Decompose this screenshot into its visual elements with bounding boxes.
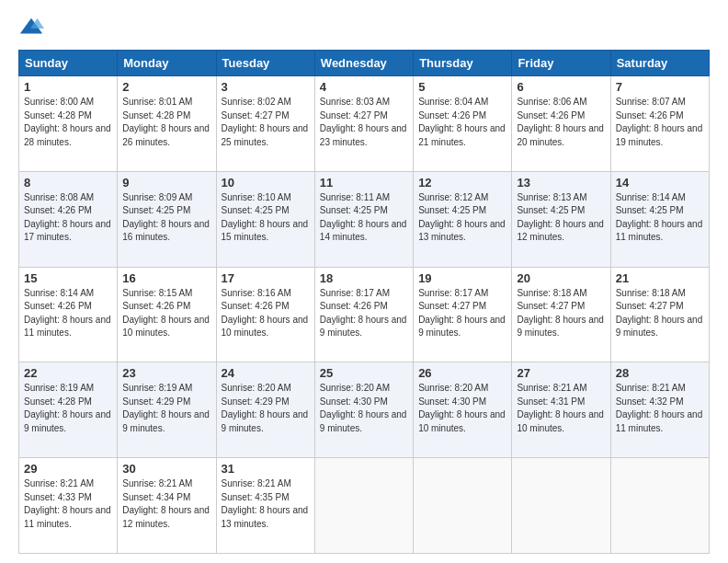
day-number: 9 — [122, 176, 210, 190]
day-details: Sunrise: 8:15 AMSunset: 4:26 PMDaylight:… — [122, 288, 210, 339]
calendar-cell: 4 Sunrise: 8:03 AMSunset: 4:27 PMDayligh… — [314, 76, 413, 172]
calendar-cell: 13 Sunrise: 8:13 AMSunset: 4:25 PMDaylig… — [512, 171, 610, 267]
day-number: 16 — [122, 271, 210, 285]
day-number: 13 — [517, 176, 605, 190]
day-header-thursday: Thursday — [414, 51, 512, 76]
day-number: 29 — [24, 462, 112, 476]
day-number: 6 — [517, 80, 605, 94]
day-details: Sunrise: 8:03 AMSunset: 4:27 PMDaylight:… — [320, 97, 407, 147]
day-number: 27 — [517, 366, 605, 380]
day-details: Sunrise: 8:06 AMSunset: 4:26 PMDaylight:… — [517, 97, 604, 147]
day-number: 26 — [418, 366, 506, 380]
day-number: 19 — [418, 271, 506, 285]
day-number: 1 — [24, 80, 112, 94]
day-number: 18 — [320, 271, 408, 285]
day-number: 30 — [122, 462, 210, 476]
page: SundayMondayTuesdayWednesdayThursdayFrid… — [0, 0, 728, 563]
day-number: 25 — [320, 366, 408, 380]
day-details: Sunrise: 8:21 AMSunset: 4:32 PMDaylight:… — [616, 383, 703, 433]
calendar-cell: 23 Sunrise: 8:19 AMSunset: 4:29 PMDaylig… — [118, 362, 216, 458]
day-details: Sunrise: 8:20 AMSunset: 4:30 PMDaylight:… — [418, 383, 506, 433]
day-details: Sunrise: 8:00 AMSunset: 4:28 PMDaylight:… — [24, 97, 111, 147]
calendar-week-2: 8 Sunrise: 8:08 AMSunset: 4:26 PMDayligh… — [19, 171, 710, 267]
calendar-cell: 9 Sunrise: 8:09 AMSunset: 4:25 PMDayligh… — [118, 171, 216, 267]
day-details: Sunrise: 8:20 AMSunset: 4:30 PMDaylight:… — [320, 383, 407, 433]
day-header-monday: Monday — [118, 51, 216, 76]
day-details: Sunrise: 8:14 AMSunset: 4:25 PMDaylight:… — [616, 192, 703, 243]
day-number: 17 — [222, 271, 310, 285]
day-number: 2 — [122, 80, 210, 94]
calendar-cell: 8 Sunrise: 8:08 AMSunset: 4:26 PMDayligh… — [19, 171, 118, 267]
day-details: Sunrise: 8:04 AMSunset: 4:26 PMDaylight:… — [418, 97, 506, 147]
calendar-cell — [314, 458, 413, 554]
day-header-sunday: Sunday — [19, 51, 118, 76]
calendar-cell: 28 Sunrise: 8:21 AMSunset: 4:32 PMDaylig… — [610, 362, 709, 458]
calendar-cell: 14 Sunrise: 8:14 AMSunset: 4:25 PMDaylig… — [610, 171, 709, 267]
day-number: 28 — [616, 366, 704, 380]
day-number: 31 — [222, 462, 310, 476]
day-details: Sunrise: 8:02 AMSunset: 4:27 PMDaylight:… — [222, 97, 309, 147]
day-number: 23 — [122, 366, 210, 380]
calendar-cell: 12 Sunrise: 8:12 AMSunset: 4:25 PMDaylig… — [414, 171, 512, 267]
day-number: 10 — [222, 176, 310, 190]
day-details: Sunrise: 8:09 AMSunset: 4:25 PMDaylight:… — [122, 192, 210, 243]
day-number: 15 — [24, 271, 112, 285]
day-details: Sunrise: 8:07 AMSunset: 4:26 PMDaylight:… — [616, 97, 703, 147]
day-details: Sunrise: 8:18 AMSunset: 4:27 PMDaylight:… — [616, 288, 703, 339]
calendar-week-3: 15 Sunrise: 8:14 AMSunset: 4:26 PMDaylig… — [19, 267, 710, 362]
calendar-cell: 16 Sunrise: 8:15 AMSunset: 4:26 PMDaylig… — [118, 267, 216, 362]
calendar-week-5: 29 Sunrise: 8:21 AMSunset: 4:33 PMDaylig… — [19, 458, 710, 554]
calendar-cell: 20 Sunrise: 8:18 AMSunset: 4:27 PMDaylig… — [512, 267, 610, 362]
day-number: 11 — [320, 176, 408, 190]
calendar-cell: 27 Sunrise: 8:21 AMSunset: 4:31 PMDaylig… — [512, 362, 610, 458]
day-details: Sunrise: 8:13 AMSunset: 4:25 PMDaylight:… — [517, 192, 604, 243]
day-number: 3 — [222, 80, 310, 94]
day-number: 12 — [418, 176, 506, 190]
day-details: Sunrise: 8:14 AMSunset: 4:26 PMDaylight:… — [24, 288, 111, 339]
day-details: Sunrise: 8:12 AMSunset: 4:25 PMDaylight:… — [418, 192, 506, 243]
calendar-cell: 24 Sunrise: 8:20 AMSunset: 4:29 PMDaylig… — [216, 362, 314, 458]
day-header-tuesday: Tuesday — [216, 51, 314, 76]
day-details: Sunrise: 8:21 AMSunset: 4:33 PMDaylight:… — [24, 478, 111, 529]
logo-icon — [18, 15, 44, 40]
calendar-cell: 17 Sunrise: 8:16 AMSunset: 4:26 PMDaylig… — [216, 267, 314, 362]
day-number: 14 — [616, 176, 704, 190]
calendar-cell: 25 Sunrise: 8:20 AMSunset: 4:30 PMDaylig… — [314, 362, 413, 458]
calendar-header-row: SundayMondayTuesdayWednesdayThursdayFrid… — [19, 51, 710, 76]
calendar-cell — [414, 458, 512, 554]
calendar-cell: 6 Sunrise: 8:06 AMSunset: 4:26 PMDayligh… — [512, 76, 610, 172]
day-details: Sunrise: 8:18 AMSunset: 4:27 PMDaylight:… — [517, 288, 604, 339]
day-details: Sunrise: 8:10 AMSunset: 4:25 PMDaylight:… — [222, 192, 309, 243]
day-header-wednesday: Wednesday — [314, 51, 413, 76]
calendar-cell: 5 Sunrise: 8:04 AMSunset: 4:26 PMDayligh… — [414, 76, 512, 172]
calendar-cell: 11 Sunrise: 8:11 AMSunset: 4:25 PMDaylig… — [314, 171, 413, 267]
calendar-cell: 30 Sunrise: 8:21 AMSunset: 4:34 PMDaylig… — [118, 458, 216, 554]
calendar-cell — [610, 458, 709, 554]
day-details: Sunrise: 8:21 AMSunset: 4:34 PMDaylight:… — [122, 478, 210, 529]
calendar-cell: 29 Sunrise: 8:21 AMSunset: 4:33 PMDaylig… — [19, 458, 118, 554]
day-details: Sunrise: 8:21 AMSunset: 4:31 PMDaylight:… — [517, 383, 604, 433]
day-details: Sunrise: 8:20 AMSunset: 4:29 PMDaylight:… — [222, 383, 309, 433]
day-details: Sunrise: 8:17 AMSunset: 4:26 PMDaylight:… — [320, 288, 407, 339]
calendar-cell: 21 Sunrise: 8:18 AMSunset: 4:27 PMDaylig… — [610, 267, 709, 362]
day-header-friday: Friday — [512, 51, 610, 76]
calendar-cell: 2 Sunrise: 8:01 AMSunset: 4:28 PMDayligh… — [118, 76, 216, 172]
day-details: Sunrise: 8:21 AMSunset: 4:35 PMDaylight:… — [222, 478, 309, 529]
day-details: Sunrise: 8:19 AMSunset: 4:28 PMDaylight:… — [24, 383, 111, 433]
day-number: 24 — [222, 366, 310, 380]
header — [18, 15, 710, 40]
calendar-cell: 26 Sunrise: 8:20 AMSunset: 4:30 PMDaylig… — [414, 362, 512, 458]
day-details: Sunrise: 8:19 AMSunset: 4:29 PMDaylight:… — [122, 383, 210, 433]
day-number: 7 — [616, 80, 704, 94]
day-details: Sunrise: 8:01 AMSunset: 4:28 PMDaylight:… — [122, 97, 210, 147]
calendar-cell: 10 Sunrise: 8:10 AMSunset: 4:25 PMDaylig… — [216, 171, 314, 267]
calendar-cell: 22 Sunrise: 8:19 AMSunset: 4:28 PMDaylig… — [19, 362, 118, 458]
calendar-cell: 18 Sunrise: 8:17 AMSunset: 4:26 PMDaylig… — [314, 267, 413, 362]
calendar-cell: 3 Sunrise: 8:02 AMSunset: 4:27 PMDayligh… — [216, 76, 314, 172]
day-details: Sunrise: 8:17 AMSunset: 4:27 PMDaylight:… — [418, 288, 506, 339]
calendar-cell: 7 Sunrise: 8:07 AMSunset: 4:26 PMDayligh… — [610, 76, 709, 172]
day-number: 21 — [616, 271, 704, 285]
calendar-week-1: 1 Sunrise: 8:00 AMSunset: 4:28 PMDayligh… — [19, 76, 710, 172]
day-details: Sunrise: 8:11 AMSunset: 4:25 PMDaylight:… — [320, 192, 407, 243]
calendar-week-4: 22 Sunrise: 8:19 AMSunset: 4:28 PMDaylig… — [19, 362, 710, 458]
